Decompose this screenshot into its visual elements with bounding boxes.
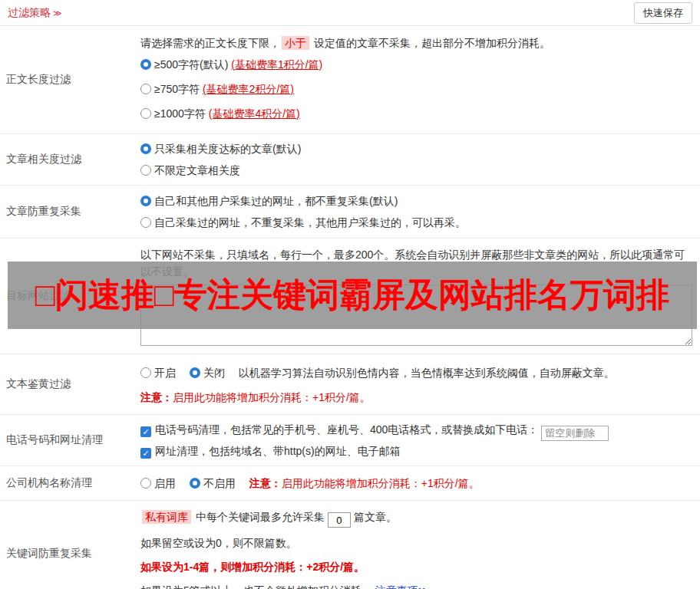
checkbox-checked-icon[interactable] [140, 426, 151, 437]
radio-option-porn-off[interactable]: 关闭 [190, 367, 228, 379]
radio-unchecked-icon[interactable] [140, 217, 151, 228]
radio-unchecked-icon[interactable] [140, 165, 151, 176]
row-label: 公司机构名称清理 [0, 466, 136, 500]
radio-option-relevance-any[interactable]: 不限定文章相关度 [140, 160, 692, 181]
radio-option-dedup-all[interactable]: 自己和其他用户采集过的网址，都不重复采集(默认) [140, 190, 692, 212]
radio-unchecked-icon[interactable] [140, 367, 151, 378]
checkbox-checked-icon[interactable] [140, 448, 151, 459]
row-label: 文章防重复采集 [0, 186, 136, 238]
radio-unchecked-icon[interactable] [140, 108, 151, 119]
radio-checked-icon[interactable] [190, 367, 200, 378]
radio-option-1000[interactable]: ≥1000字符 (基础费率4积分/篇) [140, 101, 692, 126]
radio-checked-icon[interactable] [140, 59, 151, 70]
row-content: 只采集相关度达标的文章(默认) 不限定文章相关度 [136, 134, 700, 185]
row-label: 正文长度过滤 [0, 26, 136, 133]
radio-option-500[interactable]: ≥500字符(默认) (基础费率1积分/篇) [140, 52, 692, 77]
keyword-limit-line2: 如果留空或设为0，则不限篇数。 [140, 535, 692, 551]
row-content: 私有词库 中每个关键词最多允许采集篇文章。 如果留空或设为0，则不限篇数。 如果… [136, 501, 700, 589]
radio-option-company-on[interactable]: 启用 [140, 477, 179, 489]
radio-checked-icon[interactable] [140, 143, 151, 154]
keyword-limit-line4: 如果设为5篇或以上，也不会额外增加积分消耗。 注意事项≫ [140, 582, 692, 589]
watermark-text: □闪速推□专注关键词霸屏及网站排名万词排 [35, 273, 669, 318]
row-label: 关键词防重复采集 [0, 501, 136, 589]
highlight-private-lexicon: 私有词库 [142, 510, 191, 524]
row-content: 请选择需求的正文长度下限，小于 设定值的文章不采集，超出部分不增加积分消耗。 ≥… [136, 26, 700, 133]
row-content: 启用 不启用 注意：启用此功能将增加积分消耗：+1积分/篇。 [136, 466, 700, 500]
radio-checked-icon[interactable] [140, 196, 151, 206]
porn-filter-note: 注意：启用此功能将增加积分消耗：+1积分/篇。 [140, 390, 692, 405]
highlight-lessthan: 小于 [282, 36, 309, 50]
company-note-bold: 注意： [249, 477, 282, 489]
checkbox-url-cleanup[interactable]: 网址清理，包括纯域名、带http(s)的网址、电子邮箱 [140, 441, 692, 461]
porn-filter-options: 开启 关闭 以机器学习算法自动识别色情内容，当色情概率达到系统阈值，自动屏蔽文章… [140, 364, 692, 382]
row-content: 自己和其他用户采集过的网址，都不重复采集(默认) 自己采集过的网址，不重复采集，… [136, 186, 700, 238]
radio-unchecked-icon[interactable] [140, 478, 151, 489]
radio-checked-icon[interactable] [190, 478, 200, 489]
quick-save-button[interactable]: 快速保存 [634, 2, 692, 24]
company-note: 启用此功能将增加积分消耗：+1积分/篇。 [282, 477, 480, 489]
row-company-name-cleanup: 公司机构名称清理 启用 不启用 注意：启用此功能将增加积分消耗：+1积分/篇。 [0, 466, 700, 501]
row-body-length-filter: 正文长度过滤 请选择需求的正文长度下限，小于 设定值的文章不采集，超出部分不增加… [0, 26, 700, 134]
keyword-limit-input[interactable] [328, 512, 351, 528]
row-content: 开启 关闭 以机器学习算法自动识别色情内容，当色情概率达到系统阈值，自动屏蔽文章… [136, 354, 700, 414]
fee-label: (基础费率2积分/篇) [203, 83, 294, 95]
row-porn-filter: 文本鉴黄过滤 开启 关闭 以机器学习算法自动识别色情内容，当色情概率达到系统阈值… [0, 354, 700, 415]
row-label: 文本鉴黄过滤 [0, 354, 136, 414]
filter-strategy-page: 过滤策略≫ 快速保存 正文长度过滤 请选择需求的正文长度下限，小于 设定值的文章… [0, 0, 700, 589]
chevron-down-icon: ≫ [53, 8, 62, 18]
radio-option-750[interactable]: ≥750字符 (基础费率2积分/篇) [140, 77, 692, 101]
radio-option-relevance-strict[interactable]: 只采集相关度达标的文章(默认) [140, 138, 692, 160]
fee-label: (基础费率1积分/篇) [231, 58, 322, 71]
page-title-toggle[interactable]: 过滤策略≫ [8, 6, 62, 20]
radio-option-porn-on[interactable]: 开启 [140, 367, 179, 379]
replacement-phone-input[interactable] [541, 426, 609, 441]
fee-label: (基础费率4积分/篇) [209, 107, 300, 120]
row-label: 电话号码和网址清理 [0, 415, 136, 466]
keyword-limit-line3: 如果设为1-4篇，则增加积分消耗：+2积分/篇。 [140, 558, 692, 575]
body-length-intro: 请选择需求的正文长度下限，小于 设定值的文章不采集，超出部分不增加积分消耗。 [140, 34, 692, 52]
keyword-limit-line1: 私有词库 中每个关键词最多允许采集篇文章。 [140, 508, 692, 528]
watermark-banner: □闪速推□专注关键词霸屏及网站排名万词排 [8, 262, 697, 329]
row-keyword-dedup: 关键词防重复采集 私有词库 中每个关键词最多允许采集篇文章。 如果留空或设为0，… [0, 501, 700, 589]
radio-option-dedup-own[interactable]: 自己采集过的网址，不重复采集，其他用户采集过的，可以再采。 [140, 212, 692, 233]
topbar: 过滤策略≫ 快速保存 [0, 0, 700, 26]
page-title: 过滤策略 [8, 6, 51, 18]
row-relevance-filter: 文章相关度过滤 只采集相关度达标的文章(默认) 不限定文章相关度 [0, 134, 700, 186]
notes-link[interactable]: 注意事项≫ [375, 584, 430, 589]
row-label: 文章相关度过滤 [0, 134, 136, 185]
radio-option-company-off[interactable]: 不启用 [190, 477, 239, 489]
row-content: 电话号码清理，包括常见的手机号、座机号、400电话格式，或替换成如下电话： 网址… [136, 415, 700, 466]
checkbox-phone-cleanup[interactable]: 电话号码清理，包括常见的手机号、座机号、400电话格式，或替换成如下电话： [140, 420, 692, 441]
porn-filter-desc: 以机器学习算法自动识别色情内容，当色情概率达到系统阈值，自动屏蔽文章。 [239, 367, 615, 379]
row-phone-url-cleanup: 电话号码和网址清理 电话号码清理，包括常见的手机号、座机号、400电话格式，或替… [0, 415, 700, 466]
row-dedup-filter: 文章防重复采集 自己和其他用户采集过的网址，都不重复采集(默认) 自己采集过的网… [0, 186, 700, 239]
radio-unchecked-icon[interactable] [140, 84, 151, 94]
